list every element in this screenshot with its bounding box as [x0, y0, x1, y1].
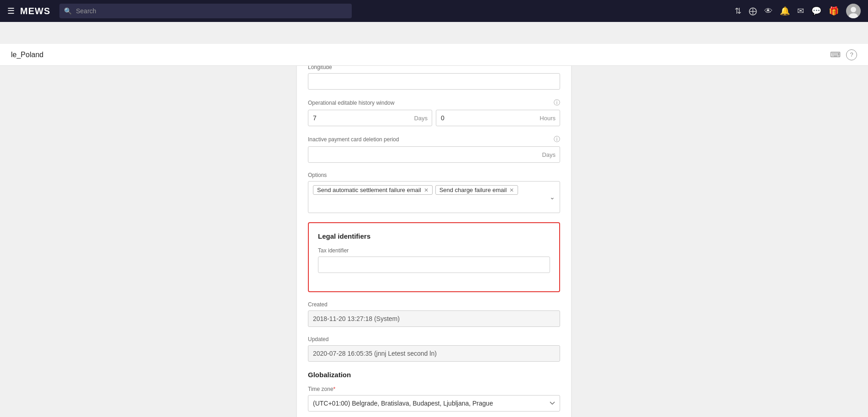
page-header-actions: ⌨ ?	[830, 49, 857, 60]
updated-input	[308, 345, 560, 362]
option-tag-2: Send charge failure email ✕	[435, 185, 518, 195]
hamburger-menu[interactable]: ☰	[7, 6, 15, 16]
svg-point-1	[851, 7, 856, 12]
updated-group: Updated	[308, 336, 560, 362]
inactive-payment-info-icon[interactable]: ⓘ	[554, 135, 560, 144]
inactive-payment-field: Days	[308, 146, 560, 163]
option-tag-2-remove[interactable]: ✕	[509, 187, 514, 193]
top-navigation: ☰ MEWS 🔍 ⇅ ⨁ 👁 🔔 ✉ 💬 🎁	[0, 0, 868, 22]
main-content: Longitude Operational editable history w…	[0, 44, 868, 417]
globalization-title: Globalization	[308, 371, 560, 379]
user-avatar[interactable]	[846, 4, 861, 18]
created-label: Created	[308, 301, 560, 308]
created-group: Created	[308, 301, 560, 327]
globalization-section: Globalization Time zone* (UTC+01:00) Bel…	[308, 371, 560, 417]
inactive-payment-suffix: Days	[542, 151, 556, 158]
option-tag-1: Send automatic settlement failure email …	[313, 185, 433, 195]
options-tags: Send automatic settlement failure email …	[313, 185, 555, 195]
legal-identifiers-section: Legal identifiers Tax identifier	[308, 222, 560, 292]
app-logo: MEWS	[20, 6, 50, 16]
options-chevron-icon: ⌄	[550, 193, 555, 201]
search-container: 🔍	[59, 4, 352, 18]
op-history-group: Operational editable history window ⓘ Da…	[308, 99, 560, 126]
tax-identifier-group: Tax identifier	[318, 247, 550, 273]
time-zone-label: Time zone*	[308, 386, 560, 392]
created-input	[308, 310, 560, 327]
mail-icon[interactable]: ✉	[797, 6, 804, 16]
op-history-info-icon[interactable]: ⓘ	[554, 99, 560, 107]
search-input[interactable]	[59, 4, 352, 18]
page-title: le_Poland	[11, 51, 43, 59]
page-header: le_Poland ⌨ ?	[0, 44, 868, 66]
add-icon[interactable]: ⨁	[749, 6, 757, 16]
help-icon[interactable]: ?	[846, 49, 857, 60]
op-history-days-field: Days	[308, 110, 432, 126]
tax-identifier-label: Tax identifier	[318, 247, 550, 254]
inactive-payment-group: Inactive payment card deletion period ⓘ …	[308, 135, 560, 163]
op-history-hours-input[interactable]	[436, 110, 560, 126]
op-history-label: Operational editable history window	[308, 100, 394, 106]
option-tag-2-label: Send charge failure email	[439, 187, 507, 193]
op-history-fields: Days Hours	[308, 110, 560, 126]
op-history-hours-field: Hours	[436, 110, 560, 126]
op-history-days-input[interactable]	[308, 110, 432, 126]
search-icon: 🔍	[64, 7, 72, 15]
updated-label: Updated	[308, 336, 560, 342]
bell-icon[interactable]: 🔔	[780, 6, 790, 16]
nav-actions: ⇅ ⨁ 👁 🔔 ✉ 💬 🎁	[735, 4, 861, 18]
options-group: Options Send automatic settlement failur…	[308, 172, 560, 213]
sort-icon[interactable]: ⇅	[735, 6, 741, 16]
tax-identifier-input[interactable]	[318, 257, 550, 273]
eye-icon[interactable]: 👁	[764, 6, 773, 16]
gift-icon[interactable]: 🎁	[829, 6, 839, 16]
keyboard-shortcut-icon[interactable]: ⌨	[830, 50, 841, 59]
time-zone-group: Time zone* (UTC+01:00) Belgrade, Bratisl…	[308, 386, 560, 412]
inactive-payment-input[interactable]	[308, 146, 560, 163]
option-tag-1-remove[interactable]: ✕	[424, 187, 429, 193]
chat-icon[interactable]: 💬	[811, 6, 821, 16]
longitude-group: Longitude	[308, 64, 560, 90]
longitude-input[interactable]	[308, 73, 560, 90]
option-tag-1-label: Send automatic settlement failure email	[317, 187, 421, 193]
inactive-payment-label: Inactive payment card deletion period	[308, 136, 399, 143]
options-select[interactable]: Send automatic settlement failure email …	[308, 181, 560, 213]
form-panel: Longitude Operational editable history w…	[297, 53, 571, 417]
legal-identifiers-title: Legal identifiers	[318, 232, 550, 240]
options-label: Options	[308, 172, 560, 178]
time-zone-select[interactable]: (UTC+01:00) Belgrade, Bratislava, Budape…	[308, 395, 560, 412]
